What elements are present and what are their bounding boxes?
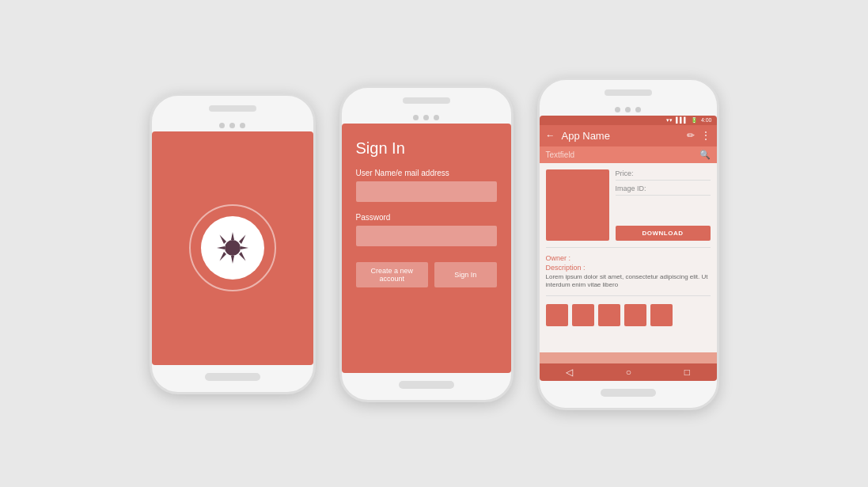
svg-marker-1: [231, 232, 234, 240]
signin-button[interactable]: Sign In: [434, 262, 496, 287]
owner-label: Owner :: [546, 254, 711, 262]
description-label: Description :: [546, 264, 711, 272]
product-image: [546, 169, 609, 241]
download-button[interactable]: DOWNLOAD: [616, 226, 711, 241]
app-bg: ▾▾ ▌▌▌ 🔋 4:00 ← App Name ✏ ⋮ Textfield 🔍: [540, 116, 717, 381]
thumbnails-row: [546, 304, 711, 326]
phone-signin: Sign In User Name/e mail address Passwor…: [339, 86, 514, 402]
more-icon[interactable]: ⋮: [701, 130, 711, 141]
inner-circle: [201, 216, 264, 280]
thumb-3[interactable]: [598, 304, 620, 326]
svg-marker-6: [239, 252, 246, 261]
svg-point-0: [225, 240, 241, 256]
product-row: Price: Image ID: DOWNLOAD: [546, 169, 711, 241]
thumb-2[interactable]: [572, 304, 594, 326]
nav-back-icon[interactable]: ◁: [566, 367, 573, 378]
dot8: [625, 107, 631, 112]
nav-recents-icon[interactable]: □: [684, 367, 690, 378]
search-bar: Textfield 🔍: [540, 146, 717, 163]
outer-circle: [189, 204, 276, 291]
svg-marker-4: [241, 246, 248, 249]
splash-bg: [152, 131, 313, 365]
dot4: [413, 115, 419, 120]
thumb-4[interactable]: [624, 304, 646, 326]
dot5: [423, 115, 429, 120]
signin-title: Sign In: [356, 139, 497, 158]
svg-marker-5: [219, 235, 226, 245]
search-icon[interactable]: 🔍: [699, 150, 711, 160]
product-details: Price: Image ID: DOWNLOAD: [616, 169, 711, 241]
dot6: [434, 115, 439, 120]
phone3-top-dots: [540, 101, 717, 116]
signin-screen-area: Sign In User Name/e mail address Passwor…: [342, 124, 511, 373]
search-placeholder-text: Textfield: [546, 150, 695, 159]
divider2: [546, 295, 711, 296]
create-account-button[interactable]: Create a new account: [356, 262, 429, 287]
svg-marker-3: [217, 246, 225, 249]
price-label: Price:: [616, 169, 711, 181]
signal-icon: ▌▌▌: [676, 117, 688, 123]
lorem-text: Lorem ipsum dolor sit amet, consectetur …: [546, 273, 711, 290]
dot9: [635, 107, 641, 112]
thumb-1[interactable]: [546, 304, 568, 326]
app-title: App Name: [562, 130, 680, 142]
dot2: [229, 123, 235, 128]
phone-app: ▾▾ ▌▌▌ 🔋 4:00 ← App Name ✏ ⋮ Textfield 🔍: [537, 78, 719, 410]
splash-screen-area: [152, 131, 313, 365]
dot1: [219, 123, 225, 128]
username-label: User Name/e mail address: [356, 169, 497, 177]
dot7: [615, 107, 620, 112]
password-input[interactable]: [356, 226, 497, 246]
username-input[interactable]: [356, 181, 497, 202]
app-bar: ← App Name ✏ ⋮: [540, 125, 717, 146]
phone-splash: [150, 93, 316, 394]
back-icon[interactable]: ←: [546, 130, 555, 141]
nav-bar: ◁ ○ □: [540, 363, 717, 381]
svg-marker-7: [239, 235, 246, 245]
sun-icon: [214, 229, 252, 267]
status-bar: ▾▾ ▌▌▌ 🔋 4:00: [540, 116, 717, 125]
svg-marker-2: [231, 256, 234, 264]
phone-top-dots: [152, 116, 313, 131]
password-label: Password: [356, 213, 497, 222]
app-screen-area: ▾▾ ▌▌▌ 🔋 4:00 ← App Name ✏ ⋮ Textfield 🔍: [540, 116, 717, 381]
battery-icon: 🔋: [691, 117, 698, 124]
status-time: 4:00: [701, 117, 712, 123]
edit-icon[interactable]: ✏: [687, 130, 695, 141]
image-id-label: Image ID:: [616, 185, 711, 196]
content-area: Price: Image ID: DOWNLOAD Owner : Descri…: [540, 163, 717, 352]
signin-bg: Sign In User Name/e mail address Passwor…: [342, 124, 511, 373]
wifi-icon: ▾▾: [666, 117, 673, 124]
thumb-5[interactable]: [650, 304, 673, 326]
divider1: [546, 247, 711, 248]
meta-section: Owner : Description : Lorem ipsum dolor …: [546, 254, 711, 290]
dot3: [240, 123, 245, 128]
signin-buttons: Create a new account Sign In: [356, 262, 497, 287]
svg-marker-8: [219, 252, 226, 261]
nav-home-icon[interactable]: ○: [626, 367, 631, 378]
bottom-bar-light: [540, 352, 717, 363]
phone2-top-dots: [342, 108, 511, 124]
scene: Sign In User Name/e mail address Passwor…: [0, 0, 868, 487]
